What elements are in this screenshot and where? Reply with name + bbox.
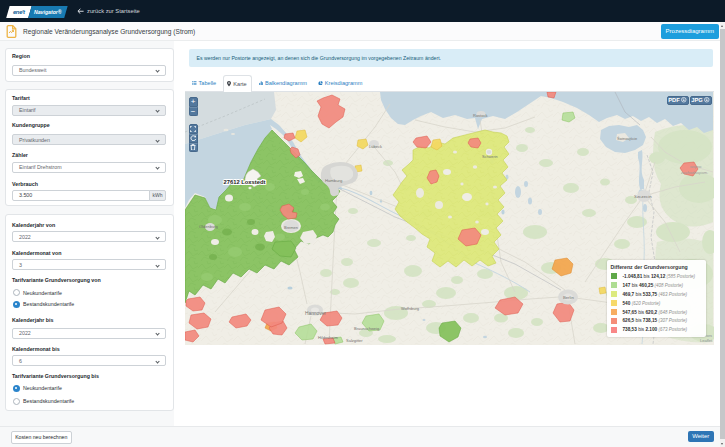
svg-text:Oldenburg: Oldenburg <box>199 224 218 229</box>
svg-text:27612 Loxstedt: 27612 Loxstedt <box>224 179 266 185</box>
svg-text:Berlin: Berlin <box>563 295 574 300</box>
svg-text:Salzgitter: Salzgitter <box>346 338 363 343</box>
svg-text:Lübeck: Lübeck <box>369 144 382 149</box>
svg-text:Rostock: Rostock <box>473 113 487 118</box>
svg-text:Schwerin: Schwerin <box>482 155 498 159</box>
svg-text:wojew.: wojew. <box>690 164 702 169</box>
svg-text:Wolfsburg: Wolfsburg <box>401 306 419 311</box>
svg-text:Braunschweig: Braunschweig <box>354 326 379 331</box>
svg-text:Hamburg: Hamburg <box>325 178 343 183</box>
svg-text:Świnoujście: Świnoujście <box>617 136 637 141</box>
svg-text:Hildesheim: Hildesheim <box>318 335 338 340</box>
svg-text:Leaflet: Leaflet <box>700 338 713 343</box>
svg-text:Hannover: Hannover <box>305 311 326 316</box>
svg-text:Szczecin: Szczecin <box>634 194 652 199</box>
svg-text:Bremen: Bremen <box>284 225 298 230</box>
svg-text:zachodniopom.: zachodniopom. <box>680 170 708 175</box>
